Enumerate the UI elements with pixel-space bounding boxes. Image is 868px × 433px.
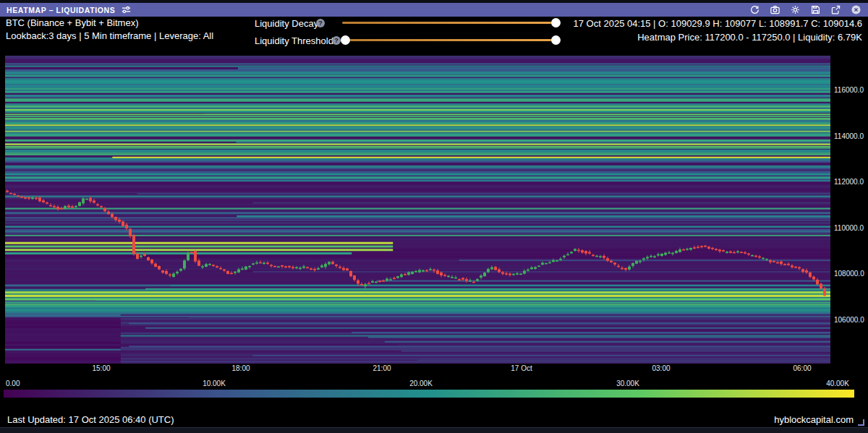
info-icon[interactable]: ?	[316, 19, 325, 27]
liquidity-decay-label: Liquidity Decay	[255, 18, 318, 29]
liquidity-threshold-row: Liquidity Threshold ?	[255, 35, 570, 46]
time-tick-label: 03:00	[645, 364, 677, 372]
liquidation-heatmap-canvas[interactable]	[5, 56, 830, 364]
time-tick-label: 06:00	[786, 364, 818, 372]
liquidity-threshold-label: Liquidity Threshold	[255, 35, 333, 46]
app-window: HEATMAP – LIQUIDATIONS	[0, 0, 868, 433]
refresh-icon[interactable]	[749, 4, 760, 16]
liquidity-decay-row: Liquidity Decay ?	[255, 17, 570, 29]
page-title: HEATMAP – LIQUIDATIONS	[7, 6, 115, 14]
time-tick-label: 17 Oct	[506, 364, 537, 372]
colorbar-tick-label: 20.00K	[403, 380, 439, 387]
price-tick-label: 114000.0	[834, 132, 864, 140]
camera-icon[interactable]	[769, 4, 780, 16]
titlebar-toolbar	[744, 4, 861, 16]
ohlc-line: 17 Oct 2025 04:15 | O: 109029.9 H: 10907…	[574, 17, 862, 30]
liquidity-colorbar	[4, 390, 854, 398]
colorbar-tick-label: 30.00K	[610, 380, 646, 387]
close-icon[interactable]	[850, 4, 861, 16]
instrument-info: BTC (Binance + Bybit + Bitmex) Lookback:…	[6, 17, 213, 43]
colorbar-tick-label: 10.00K	[196, 380, 232, 387]
window-bottom-edge	[0, 427, 868, 433]
slider-track[interactable]	[345, 39, 556, 41]
time-tick-label: 18:00	[225, 364, 257, 372]
time-tick-label: 21:00	[366, 364, 398, 372]
ohlc-info: 17 Oct 2025 04:15 | O: 109029.9 H: 10907…	[574, 17, 862, 44]
save-icon[interactable]	[809, 4, 821, 16]
liquidity-threshold-slider[interactable]	[345, 39, 556, 42]
price-tick-label: 112000.0	[834, 178, 864, 186]
share-icon[interactable]	[830, 4, 841, 16]
titlebar: HEATMAP – LIQUIDATIONS	[0, 3, 868, 17]
slider-handle-max[interactable]	[551, 35, 561, 45]
slider-handle-min[interactable]	[341, 35, 350, 45]
colorbar-tick-label: 0.00	[6, 380, 42, 387]
settings-gear-icon[interactable]	[789, 4, 801, 16]
symbol-line: BTC (Binance + Bybit + Bitmex)	[6, 17, 213, 30]
liquidity-decay-slider[interactable]	[342, 22, 556, 25]
price-tick-label: 116000.0	[834, 86, 864, 94]
lookback-line: Lookback:3 days | 5 Min timeframe | Leve…	[6, 30, 213, 43]
colorbar-tick-label: 40.00K	[820, 380, 856, 387]
price-tick-label: 108000.0	[834, 270, 864, 278]
info-icon[interactable]: ?	[332, 36, 341, 45]
time-tick-label: 15:00	[85, 364, 117, 372]
brand-link[interactable]: hyblockcapital.com	[774, 414, 854, 425]
price-tick-label: 106000.0	[834, 316, 864, 324]
slider-handle[interactable]	[551, 18, 561, 27]
last-updated-text: Last Updated: 17 Oct 2025 06:40 (UTC)	[7, 414, 174, 425]
filters-icon[interactable]	[120, 4, 132, 16]
slider-track[interactable]	[342, 22, 556, 24]
heatmap-price-line: Heatmap Price: 117200.0 - 117250.0 | Liq…	[574, 30, 862, 44]
price-tick-label: 110000.0	[834, 224, 864, 232]
watermark-corner-icon	[858, 419, 864, 426]
